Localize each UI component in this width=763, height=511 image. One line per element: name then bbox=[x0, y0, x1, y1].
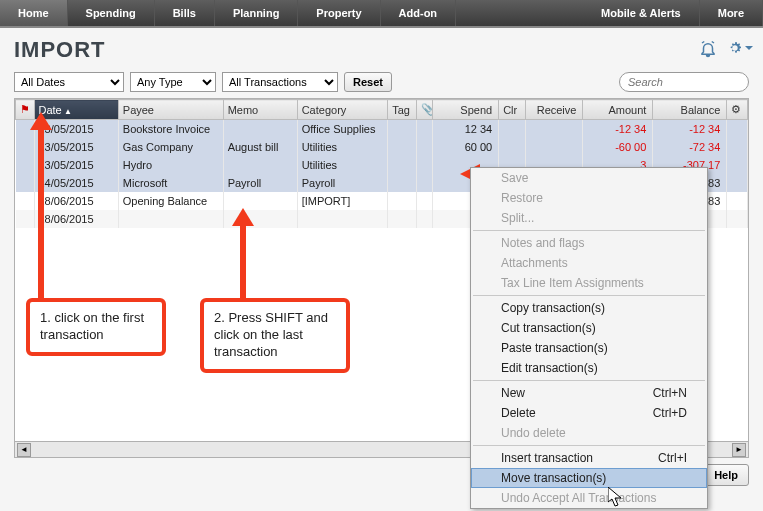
col-category[interactable]: Category bbox=[297, 100, 387, 120]
col-tag[interactable]: Tag bbox=[388, 100, 417, 120]
menu-item[interactable]: Paste transaction(s) bbox=[471, 338, 707, 358]
menu-item[interactable]: DeleteCtrl+D bbox=[471, 403, 707, 423]
col-attachment[interactable]: 📎 bbox=[416, 100, 432, 120]
gear-icon: ⚙ bbox=[731, 103, 741, 115]
top-nav: Home Spending Bills Planning Property Ad… bbox=[0, 0, 763, 28]
menu-item[interactable]: NewCtrl+N bbox=[471, 383, 707, 403]
col-gear[interactable]: ⚙ bbox=[727, 100, 748, 120]
menu-separator bbox=[473, 230, 705, 231]
col-balance[interactable]: Balance bbox=[653, 100, 727, 120]
col-date[interactable]: Date bbox=[34, 100, 118, 120]
callout-2: 2. Press SHIFT and click on the last tra… bbox=[200, 298, 350, 373]
col-amount[interactable]: Amount bbox=[583, 100, 653, 120]
context-menu: SaveRestoreSplit...Notes and flagsAttach… bbox=[470, 167, 708, 509]
scroll-left-button[interactable]: ◄ bbox=[17, 443, 31, 457]
col-memo[interactable]: Memo bbox=[223, 100, 297, 120]
paperclip-icon: 📎 bbox=[421, 103, 433, 115]
filter-type[interactable]: Any Type bbox=[130, 72, 216, 92]
grid-header-row: ⚑ Date Payee Memo Category Tag 📎 Spend C… bbox=[16, 100, 748, 120]
gear-icon[interactable] bbox=[727, 40, 749, 56]
tab-mobile-alerts[interactable]: Mobile & Alerts bbox=[583, 0, 700, 26]
menu-item: Tax Line Item Assignments bbox=[471, 273, 707, 293]
col-clr[interactable]: Clr bbox=[499, 100, 526, 120]
menu-item[interactable]: Insert transactionCtrl+I bbox=[471, 448, 707, 468]
col-flag[interactable]: ⚑ bbox=[16, 100, 35, 120]
col-spend[interactable]: Spend bbox=[433, 100, 499, 120]
menu-separator bbox=[473, 445, 705, 446]
menu-item: Restore bbox=[471, 188, 707, 208]
col-payee[interactable]: Payee bbox=[118, 100, 223, 120]
reset-button[interactable]: Reset bbox=[344, 72, 392, 92]
table-row[interactable]: 23/05/2015Bookstore InvoiceOffice Suppli… bbox=[16, 120, 748, 138]
tab-home[interactable]: Home bbox=[0, 0, 68, 26]
alarm-icon[interactable] bbox=[699, 40, 717, 60]
menu-item: Save bbox=[471, 168, 707, 188]
filter-bar: All Dates Any Type All Transactions Rese… bbox=[0, 68, 763, 98]
col-receive[interactable]: Receive bbox=[525, 100, 583, 120]
page-title: IMPORT bbox=[14, 37, 106, 63]
scroll-right-button[interactable]: ► bbox=[732, 443, 746, 457]
menu-item: Split... bbox=[471, 208, 707, 228]
menu-item[interactable]: Cut transaction(s) bbox=[471, 318, 707, 338]
menu-item[interactable]: Copy transaction(s) bbox=[471, 298, 707, 318]
menu-item: Undo Accept All Transactions bbox=[471, 488, 707, 508]
tab-bills[interactable]: Bills bbox=[155, 0, 215, 26]
filter-transactions[interactable]: All Transactions bbox=[222, 72, 338, 92]
search-input[interactable] bbox=[619, 72, 749, 92]
menu-item: Undo delete bbox=[471, 423, 707, 443]
tab-spending[interactable]: Spending bbox=[68, 0, 155, 26]
help-button[interactable]: Help bbox=[703, 464, 749, 486]
menu-item[interactable]: Move transaction(s) bbox=[471, 468, 707, 488]
tab-planning[interactable]: Planning bbox=[215, 0, 298, 26]
menu-separator bbox=[473, 380, 705, 381]
menu-item[interactable]: Edit transaction(s) bbox=[471, 358, 707, 378]
tab-more[interactable]: More bbox=[700, 0, 763, 26]
titlebar: IMPORT bbox=[0, 28, 763, 68]
table-row[interactable]: 23/05/2015Gas CompanyAugust billUtilitie… bbox=[16, 138, 748, 156]
filter-dates[interactable]: All Dates bbox=[14, 72, 124, 92]
callout-1: 1. click on the first transaction bbox=[26, 298, 166, 356]
menu-separator bbox=[473, 295, 705, 296]
menu-item: Notes and flags bbox=[471, 233, 707, 253]
menu-item: Attachments bbox=[471, 253, 707, 273]
tab-property[interactable]: Property bbox=[298, 0, 380, 26]
tab-addon[interactable]: Add-on bbox=[381, 0, 456, 26]
